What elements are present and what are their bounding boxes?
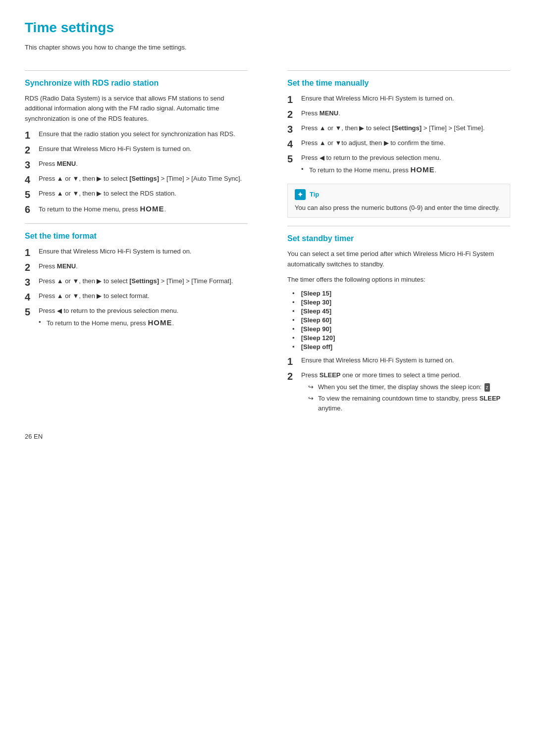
section-divider-right-2 [287, 226, 510, 226]
sleep-bullet-7: • [292, 343, 299, 351]
section-divider-right-1 [287, 70, 510, 71]
rds-step-4: 4 Press ▲ or ▼, then ▶ to select [Settin… [25, 174, 248, 186]
tf-step-text-5: Press ◀ to return to the previous select… [39, 306, 248, 331]
tip-box: ✦ Tip You can also press the numeric but… [287, 184, 510, 218]
section-divider-1 [25, 70, 248, 71]
sb-step-2: 2 Press SLEEP one or more times to selec… [287, 370, 510, 415]
sleep-label-2: [Sleep 30] [299, 299, 331, 306]
step-text-3: Press MENU. [39, 159, 248, 169]
st-step-text-1: Ensure that Wireless Micro Hi-Fi System … [301, 94, 510, 103]
sb-step-1: 1 Ensure that Wireless Micro Hi-Fi Syste… [287, 355, 510, 367]
st-step-text-4: Press ▲ or ▼to adjust, then ▶ to confirm… [301, 138, 510, 148]
sleep-icon: z [484, 383, 490, 392]
section-divider-2 [25, 223, 248, 224]
st-step-5: 5 Press ◀ to return to the previous sele… [287, 153, 510, 178]
section-title-rds: Synchronize with RDS radio station [25, 79, 248, 88]
st-step-text-2: Press MENU. [301, 108, 510, 118]
time-format-steps-list: 1 Ensure that Wireless Micro Hi-Fi Syste… [25, 247, 248, 331]
tf-step-5: 5 Press ◀ to return to the previous sele… [25, 306, 248, 331]
rds-step-6: 6 To return to the Home menu, press HOME… [25, 203, 248, 215]
tf-step-num-3: 3 [25, 276, 39, 288]
sleep-bullet-5: • [292, 325, 299, 333]
sb-step-text-2: Press SLEEP one or more times to select … [301, 370, 510, 415]
step-text-6: To return to the Home menu, press HOME. [39, 203, 248, 215]
sleep-option-5: • [Sleep 90] [292, 325, 510, 333]
sleep-bullet-6: • [292, 334, 299, 342]
st-step-2: 2 Press MENU. [287, 108, 510, 120]
tf-step-num-5: 5 [25, 306, 39, 318]
standby-description-1: You can select a set time period after w… [287, 249, 510, 270]
section-title-standby: Set standby timer [287, 234, 510, 243]
tip-text: You can also press the numeric buttons (… [295, 203, 503, 213]
st-step-num-4: 4 [287, 138, 301, 150]
st-step-3: 3 Press ▲ or ▼, then ▶ to select [Settin… [287, 123, 510, 135]
step-num-1: 1 [25, 129, 39, 141]
sleep-label-4: [Sleep 60] [299, 316, 331, 324]
tip-icon: ✦ [295, 189, 306, 200]
arrow-sym-2: ↪ [308, 394, 318, 403]
footer-text: 26 EN [25, 433, 43, 440]
sleep-option-3: • [Sleep 45] [292, 307, 510, 315]
sb-arrow-1: ↪ When you set the timer, the display sh… [308, 382, 510, 392]
rds-step-1: 1 Ensure that the radio station you sele… [25, 129, 248, 141]
step-text-4: Press ▲ or ▼, then ▶ to select [Settings… [39, 174, 248, 184]
bullet-dot: • [39, 317, 47, 327]
sleep-option-2: • [Sleep 30] [292, 299, 510, 306]
page-footer: 26 EN [25, 433, 510, 440]
section-title-time-format: Set the time format [25, 232, 248, 241]
step-num-6: 6 [25, 203, 39, 215]
sleep-options-list: • [Sleep 15] • [Sleep 30] • [Sleep 45] •… [292, 290, 510, 351]
tf-step-text-4: Press ▲ or ▼, then ▶ to select format. [39, 291, 248, 301]
rds-steps-list: 1 Ensure that the radio station you sele… [25, 129, 248, 215]
sleep-option-1: • [Sleep 15] [292, 290, 510, 297]
tf-step-2: 2 Press MENU. [25, 261, 248, 273]
st-subbullet-text: To return to the Home menu, press HOME. [309, 164, 436, 176]
rds-step-2: 2 Ensure that Wireless Micro Hi-Fi Syste… [25, 144, 248, 156]
bullet-dot-2: • [301, 164, 309, 174]
sleep-bullet-2: • [292, 299, 299, 306]
arrow-sym-1: ↪ [308, 382, 318, 392]
tf-step-3: 3 Press ▲ or ▼, then ▶ to select [Settin… [25, 276, 248, 288]
st-subbullet-item: • To return to the Home menu, press HOME… [301, 164, 510, 176]
tip-header: ✦ Tip [295, 189, 503, 200]
tf-subbullet: • To return to the Home menu, press HOME… [39, 317, 248, 329]
sleep-bullet-1: • [292, 290, 299, 297]
tf-step-text-2: Press MENU. [39, 261, 248, 271]
set-time-steps-list: 1 Ensure that Wireless Micro Hi-Fi Syste… [287, 94, 510, 178]
st-step-4: 4 Press ▲ or ▼to adjust, then ▶ to confi… [287, 138, 510, 150]
sleep-label-1: [Sleep 15] [299, 290, 331, 297]
page-container: Time settings This chapter shows you how… [0, 0, 535, 460]
st-subbullet: • To return to the Home menu, press HOME… [301, 164, 510, 176]
rds-step-3: 3 Press MENU. [25, 159, 248, 171]
tf-step-text-1: Ensure that Wireless Micro Hi-Fi System … [39, 247, 248, 256]
sleep-bullet-3: • [292, 307, 299, 315]
tip-label: Tip [310, 191, 319, 198]
step-text-5: Press ▲ or ▼, then ▶ to select the RDS s… [39, 189, 248, 199]
sb-step-num-2: 2 [287, 370, 301, 382]
st-step-text-3: Press ▲ or ▼, then ▶ to select [Settings… [301, 123, 510, 133]
st-step-text-5: Press ◀ to return to the previous select… [301, 153, 510, 178]
sleep-bullet-4: • [292, 316, 299, 324]
intro-text: This chapter shows you how to change the… [25, 43, 510, 52]
tip-star-icon: ✦ [297, 191, 303, 199]
sb-step-num-1: 1 [287, 355, 301, 367]
sleep-option-4: • [Sleep 60] [292, 316, 510, 324]
tf-step-1: 1 Ensure that Wireless Micro Hi-Fi Syste… [25, 247, 248, 258]
arrow-text-1: When you set the timer, the display show… [318, 382, 490, 392]
tf-step-num-4: 4 [25, 291, 39, 303]
step-num-4: 4 [25, 174, 39, 186]
step-num-2: 2 [25, 144, 39, 156]
right-column: Set the time manually 1 Ensure that Wire… [277, 62, 510, 418]
sleep-label-6: [Sleep 120] [299, 334, 335, 342]
tf-step-num-2: 2 [25, 261, 39, 273]
step-num-3: 3 [25, 159, 39, 171]
sleep-option-7: • [Sleep off] [292, 343, 510, 351]
step-text-1: Ensure that the radio station you select… [39, 129, 248, 139]
sleep-option-6: • [Sleep 120] [292, 334, 510, 342]
standby-steps-list: 1 Ensure that Wireless Micro Hi-Fi Syste… [287, 355, 510, 415]
rds-step-5: 5 Press ▲ or ▼, then ▶ to select the RDS… [25, 189, 248, 201]
page-title: Time settings [25, 20, 510, 36]
sleep-label-7: [Sleep off] [299, 343, 332, 351]
tf-subbullet-item: • To return to the Home menu, press HOME… [39, 317, 248, 329]
tf-step-4: 4 Press ▲ or ▼, then ▶ to select format. [25, 291, 248, 303]
